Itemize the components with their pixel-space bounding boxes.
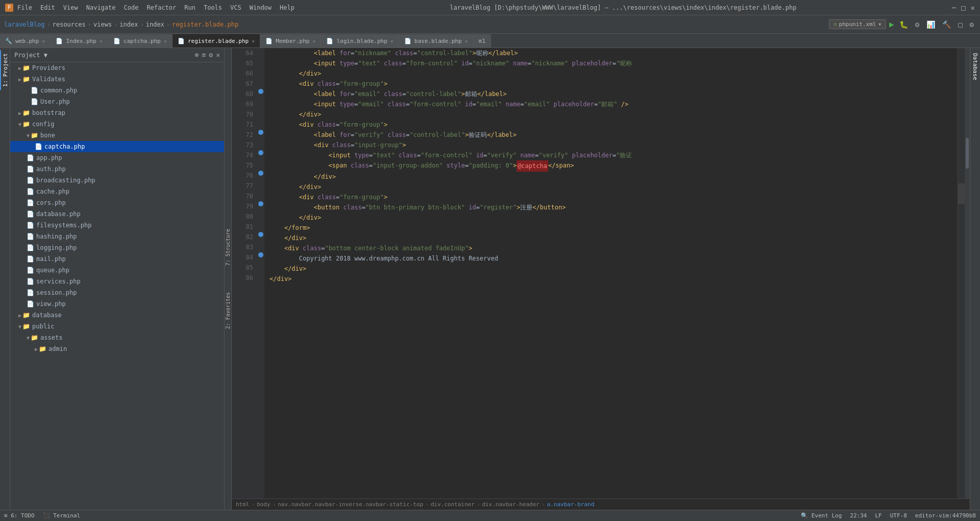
tab-overflow[interactable]: ≡1 — [474, 34, 491, 48]
path-nav[interactable]: nav.navbar.navbar-inverse.navbar-static-… — [278, 501, 423, 508]
tab-member-php[interactable]: 📄 Member.php ✕ — [260, 34, 321, 48]
tree-assets[interactable]: ▼ 📁 assets — [10, 332, 224, 343]
tree-bone[interactable]: ▼ 📁 bone — [10, 130, 224, 141]
menu-tools[interactable]: Tools — [204, 4, 222, 11]
tree-cache-php[interactable]: 📄 cache.php — [10, 186, 224, 197]
path-body[interactable]: body — [257, 501, 271, 508]
tree-hashing-php[interactable]: 📄 hashing.php — [10, 231, 224, 242]
menu-refactor[interactable]: Refactor — [146, 4, 176, 11]
tree-database-folder[interactable]: ▶ 📁 database — [10, 310, 224, 321]
path-container[interactable]: div.container — [431, 501, 475, 508]
status-event-log[interactable]: 🔍 Event Log — [801, 512, 842, 519]
collapse-icon[interactable]: ≡ — [202, 51, 206, 59]
status-encoding[interactable]: UTF-8 — [890, 512, 907, 519]
menu-edit[interactable]: Edit — [40, 4, 55, 11]
path-navbar-header[interactable]: div.navbar-header — [482, 501, 540, 508]
scrollbar-y[interactable] — [965, 48, 970, 499]
tree-user-php[interactable]: 📄 User.php — [10, 96, 224, 107]
tree-database-php[interactable]: 📄 database.php — [10, 208, 224, 220]
breadcrumb-resources[interactable]: resources — [53, 21, 86, 28]
tree-admin[interactable]: ▶ 📁 admin — [10, 343, 224, 354]
tab-base-blade[interactable]: 📄 base.blade.php ✕ — [399, 34, 474, 48]
vtab-project[interactable]: 1: Project — [0, 50, 10, 90]
tab-close[interactable]: ✕ — [312, 38, 315, 44]
tree-common-php[interactable]: 📄 common.php — [10, 85, 224, 96]
tree-public[interactable]: ▼ 📁 public — [10, 321, 224, 332]
breakpoint-marker[interactable] — [258, 252, 263, 257]
breadcrumb-index2[interactable]: index — [146, 21, 164, 28]
path-navbar-brand[interactable]: a.navbar-brand — [547, 501, 595, 508]
tab-close[interactable]: ✕ — [465, 38, 468, 44]
rvtab-database[interactable]: Database — [971, 50, 979, 83]
window-controls[interactable]: ─ □ ✕ — [952, 4, 975, 12]
menu-help[interactable]: Help — [280, 4, 295, 11]
settings-icon[interactable]: ⚙ — [968, 19, 976, 30]
tree-queue-php[interactable]: 📄 queue.php — [10, 265, 224, 276]
breadcrumb-index1[interactable]: index — [119, 21, 138, 28]
tree-filesystems-php[interactable]: 📄 filesystems.php — [10, 220, 224, 231]
tab-login-blade[interactable]: 📄 login.blade.php ✕ — [321, 34, 399, 48]
tree-config[interactable]: ▼ 📁 config — [10, 119, 224, 130]
run-button[interactable]: ▶ — [889, 19, 894, 29]
menu-vcs[interactable]: VCS — [230, 4, 241, 11]
menu-window[interactable]: Window — [250, 4, 272, 11]
coverage-button[interactable]: ⚙ — [913, 19, 921, 30]
menu-bar[interactable]: File Edit View Navigate Code Refactor Ru… — [17, 4, 295, 11]
vtab-structure[interactable]: 7: Structure — [224, 226, 232, 269]
tree-app-php[interactable]: 📄 app.php — [10, 152, 224, 163]
tree-mail-php[interactable]: 📄 mail.php — [10, 253, 224, 265]
profiler-button[interactable]: 📊 — [924, 19, 937, 30]
close-panel-icon[interactable]: ✕ — [216, 51, 220, 59]
tree-services-php[interactable]: 📄 services.php — [10, 276, 224, 287]
breakpoint-marker[interactable] — [258, 171, 263, 176]
phpunit-button[interactable]: ⚙ phpunit.xml ▾ — [829, 19, 886, 29]
breakpoint-marker[interactable] — [258, 201, 263, 206]
vtab-favorites[interactable]: 2: Favorites — [224, 289, 232, 332]
breadcrumb-file[interactable]: register.blade.php — [172, 21, 238, 28]
menu-view[interactable]: View — [63, 4, 78, 11]
code-area[interactable]: <label for="nickname" class="control-lab… — [264, 48, 958, 499]
tree-broadcasting-php[interactable]: 📄 broadcasting.php — [10, 175, 224, 186]
tab-close[interactable]: ✕ — [252, 38, 255, 44]
minimize-button[interactable]: ─ — [952, 4, 956, 12]
scrollbar-thumb[interactable] — [966, 138, 969, 169]
breakpoint-marker[interactable] — [258, 130, 263, 135]
tree-session-php[interactable]: 📄 session.php — [10, 287, 224, 298]
tree-providers[interactable]: ▶ 📁 Providers — [10, 62, 224, 74]
project-header-icons[interactable]: ⊕ ≡ ⚙ ✕ — [195, 51, 220, 59]
locate-icon[interactable]: ⊕ — [195, 51, 199, 59]
status-terminal[interactable]: ⬛ Terminal — [43, 512, 81, 519]
breadcrumb-root[interactable]: laravelBlog — [4, 21, 44, 28]
status-todo[interactable]: ≡ 6: TODO — [4, 512, 35, 519]
menu-file[interactable]: File — [17, 4, 32, 11]
tree-bootstrap[interactable]: ▶ 📁 bootstrap — [10, 107, 224, 119]
tree-validates[interactable]: ▶ 📁 Validates — [10, 74, 224, 85]
menu-run[interactable]: Run — [184, 4, 195, 11]
menu-navigate[interactable]: Navigate — [86, 4, 116, 11]
breakpoint-marker[interactable] — [258, 150, 263, 155]
build-button[interactable]: 🔨 — [940, 19, 953, 30]
debug-button[interactable]: 🐛 — [897, 19, 910, 30]
tab-close[interactable]: ✕ — [100, 38, 103, 44]
path-html[interactable]: html — [236, 501, 250, 508]
breakpoint-marker[interactable] — [258, 89, 263, 94]
tree-cors-php[interactable]: 📄 cors.php — [10, 197, 224, 208]
tab-captcha-php[interactable]: 📄 captcha.php ✕ — [108, 34, 173, 48]
settings-icon[interactable]: ⚙ — [209, 51, 213, 59]
breakpoint-marker[interactable] — [258, 232, 263, 237]
status-lf[interactable]: LF — [875, 512, 881, 519]
menu-code[interactable]: Code — [124, 4, 139, 11]
tab-web-php[interactable]: 🔧 web.php ✕ — [0, 34, 51, 48]
tab-close[interactable]: ✕ — [42, 38, 45, 44]
breadcrumb-views[interactable]: views — [93, 21, 112, 28]
tree-auth-php[interactable]: 📄 auth.php — [10, 163, 224, 175]
tab-close[interactable]: ✕ — [390, 38, 394, 44]
close-button[interactable]: ✕ — [971, 4, 975, 12]
layout-button[interactable]: □ — [956, 19, 964, 30]
tree-captcha-php[interactable]: 📄 captcha.php — [10, 141, 224, 152]
tab-register-blade[interactable]: 📄 register.blade.php ✕ — [173, 34, 260, 48]
tab-index-php[interactable]: 📄 Index.php ✕ — [51, 34, 108, 48]
maximize-button[interactable]: □ — [961, 4, 965, 12]
tree-logging-php[interactable]: 📄 logging.php — [10, 242, 224, 253]
tree-view-php[interactable]: 📄 view.php — [10, 298, 224, 310]
